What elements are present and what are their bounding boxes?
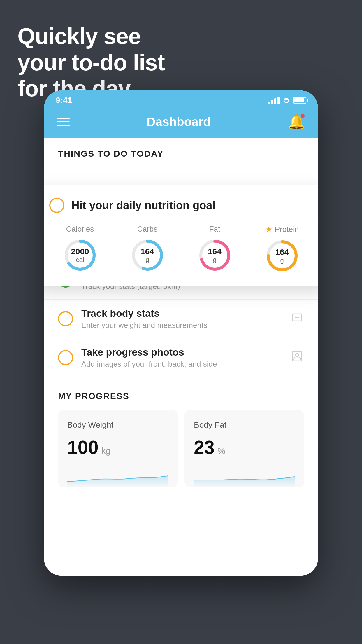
star-icon: ★ (265, 225, 273, 234)
calories-donut: 2000 cal (63, 238, 98, 273)
page-headline: Quickly see your to-do list for the day. (17, 23, 165, 102)
todo-title-body-stats: Track body stats (81, 308, 282, 319)
svg-point-12 (295, 353, 299, 357)
notification-dot (301, 114, 305, 118)
fat-chart (194, 467, 295, 487)
weight-number: 100 (67, 437, 99, 458)
things-to-do-header: THINGS TO DO TODAY (44, 138, 318, 164)
weight-unit: kg (101, 446, 111, 456)
nutrition-card-header: Hit your daily nutrition goal (49, 198, 313, 213)
progress-section: MY PROGRESS Body Weight 100 kg (44, 377, 318, 487)
card-title-weight: Body Weight (67, 420, 168, 430)
todo-circle-photos (58, 350, 73, 365)
person-icon (290, 349, 304, 366)
carbs-value: 164 g (140, 247, 154, 263)
todo-text-body-stats: Track body stats Enter your weight and m… (81, 308, 282, 330)
fat-number: 23 (194, 437, 215, 458)
todo-title-photos: Take progress photos (81, 346, 282, 358)
todo-circle-body-stats (58, 311, 73, 326)
protein-donut: 164 g (265, 238, 300, 273)
todo-item-body-stats[interactable]: Track body stats Enter your weight and m… (44, 300, 318, 338)
protein-label: ★ Protein (265, 225, 299, 234)
carbs-label: Carbs (137, 225, 157, 234)
notification-bell[interactable]: 🔔 (288, 114, 305, 130)
phone-content: THINGS TO DO TODAY Hit your daily nutrit… (44, 138, 318, 576)
nutrition-checkbox[interactable] (49, 198, 64, 213)
progress-cards: Body Weight 100 kg (58, 410, 304, 487)
card-title-fat: Body Fat (194, 420, 295, 430)
calories-value: 2000 cal (71, 247, 89, 263)
metric-protein: ★ Protein 164 g (265, 225, 300, 273)
todo-sub-body-stats: Enter your weight and measurements (81, 321, 282, 330)
card-value-weight: 100 kg (67, 437, 168, 458)
metric-fat: Fat 164 g (197, 225, 232, 273)
nutrition-metrics: Calories 2000 cal (49, 225, 313, 273)
battery-icon (293, 97, 306, 104)
progress-header: MY PROGRESS (58, 391, 304, 401)
nav-title: Dashboard (147, 115, 210, 129)
nutrition-card: Hit your daily nutrition goal Calories (44, 185, 318, 286)
status-icons: ⊜ (268, 96, 306, 105)
fat-label: Fat (209, 225, 220, 234)
nutrition-title: Hit your daily nutrition goal (71, 199, 215, 212)
calories-label: Calories (66, 225, 94, 234)
status-bar: 9:41 ⊜ (44, 90, 318, 108)
carbs-donut: 164 g (130, 238, 165, 273)
metric-carbs: Carbs 164 g (130, 225, 165, 273)
progress-card-weight[interactable]: Body Weight 100 kg (58, 410, 178, 487)
todo-text-photos: Take progress photos Add images of your … (81, 346, 282, 369)
metric-calories: Calories 2000 cal (63, 225, 98, 273)
nav-bar: Dashboard 🔔 (44, 108, 318, 138)
card-value-fat: 23 % (194, 437, 295, 458)
status-time: 9:41 (56, 96, 72, 105)
fat-value: 164 g (208, 247, 222, 263)
protein-value: 164 g (275, 248, 289, 264)
fat-unit: % (217, 446, 225, 456)
weight-chart (67, 467, 168, 487)
phone-mockup: 9:41 ⊜ Dashboard 🔔 THINGS TO DO TODAY (44, 90, 318, 576)
progress-card-fat[interactable]: Body Fat 23 % (184, 410, 304, 487)
scale-icon (290, 310, 304, 327)
wifi-icon: ⊜ (283, 96, 289, 105)
fat-donut: 164 g (197, 238, 232, 273)
menu-icon[interactable] (57, 118, 70, 126)
todo-sub-photos: Add images of your front, back, and side (81, 360, 282, 369)
signal-icon (268, 97, 280, 104)
todo-item-photos[interactable]: Take progress photos Add images of your … (44, 338, 318, 377)
